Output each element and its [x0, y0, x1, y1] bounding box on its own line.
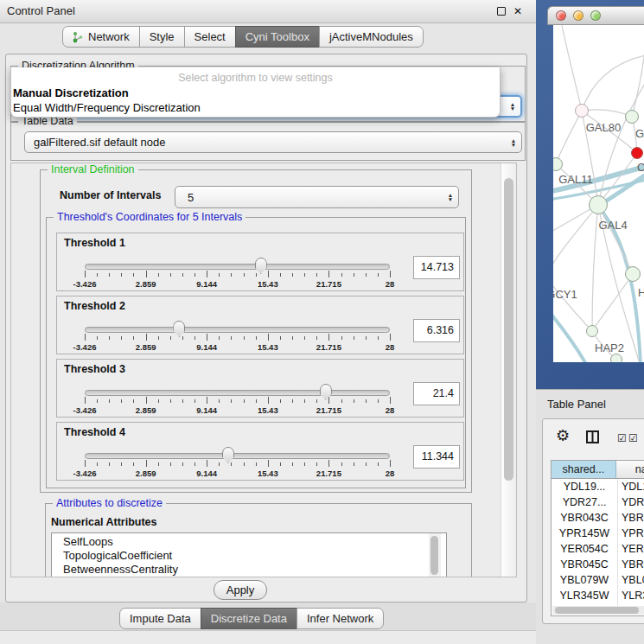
status-strip — [0, 630, 536, 644]
threshold-3-slider[interactable]: -3.4262.8599.14415.4321.71528 — [85, 390, 390, 418]
attribute-list-item[interactable]: SelfLoops — [52, 535, 446, 549]
numerical-attributes-label: Numerical Attributes — [51, 516, 156, 528]
tab-label: jActiveMNodules — [329, 30, 413, 43]
close-traffic-light-icon[interactable] — [556, 10, 566, 21]
network-node-label: GCY1 — [553, 288, 577, 301]
tab-style[interactable]: Style — [139, 26, 185, 48]
network-node[interactable] — [625, 266, 641, 282]
tab-network[interactable]: Network — [62, 26, 140, 48]
table-row[interactable]: YBL079WYBL079W — [552, 572, 644, 588]
tab-label: Discretize Data — [211, 612, 287, 625]
tab-label: Cyni Toolbox — [245, 30, 309, 43]
thresholds-group: Threshold's Coordinates for 5 Intervals … — [46, 217, 466, 488]
table-panel-title: Table Panel — [547, 398, 606, 411]
network-node[interactable] — [610, 354, 622, 362]
threshold-label: Threshold 4 — [64, 426, 125, 438]
stepper-arrows-icon[interactable]: ▲▼ — [443, 193, 458, 201]
table-row[interactable]: YER054CYER054C — [552, 541, 644, 557]
slider-ticks — [85, 397, 390, 405]
numerical-attributes-list[interactable]: SelfLoopsTopologicalCoefficientBetweenne… — [51, 532, 447, 577]
slider-track[interactable] — [85, 390, 390, 396]
attribute-list-item[interactable]: BetweennessCentrality — [52, 563, 446, 577]
slider-tick-labels: -3.4262.8599.14415.4321.71528 — [85, 342, 390, 353]
checkbox-icon[interactable]: ☑ — [617, 432, 627, 444]
interval-definition-group: Interval Definition Number of Intervals … — [40, 169, 472, 493]
tab-discretize-data[interactable]: Discretize Data — [201, 608, 297, 629]
stepper-arrows-icon[interactable]: ▲▼ — [505, 102, 520, 111]
network-window-titlebar[interactable] — [547, 6, 644, 25]
table-panel: ⚙ ☑ ☑ shared... name YDL19...YDL19...YDR… — [542, 418, 644, 624]
network-node[interactable] — [625, 110, 639, 124]
attribute-list-item[interactable]: TopologicalCoefficient — [52, 549, 446, 563]
tab-cyni-toolbox[interactable]: Cyni Toolbox — [235, 26, 320, 48]
minimize-traffic-light-icon[interactable] — [573, 10, 583, 21]
network-node[interactable] — [589, 195, 608, 214]
network-node-label: GAL4 — [598, 219, 627, 232]
threshold-1-value-field[interactable]: 14.713 — [413, 256, 460, 279]
threshold-label: Threshold 1 — [64, 237, 125, 249]
table-row[interactable]: YPR145WYPR145W — [552, 526, 644, 541]
slider-ticks — [85, 460, 390, 468]
table-data-select[interactable]: galFiltered.sif default node ▲▼ — [24, 131, 522, 153]
threshold-2-panel: Threshold 2 -3.4262.8599.14415.4321.7152… — [56, 296, 464, 354]
slider-track[interactable] — [85, 327, 390, 333]
stepper-arrows-icon[interactable]: ▲▼ — [506, 138, 521, 147]
scrollbar-thumb[interactable] — [504, 178, 513, 481]
slider-track[interactable] — [85, 453, 390, 459]
tab-select[interactable]: Select — [184, 26, 236, 48]
table-row[interactable]: YBR045CYBR045C — [552, 557, 644, 572]
panel-title: Control Panel — [7, 0, 75, 22]
table-horizontal-scrollbar[interactable] — [552, 606, 644, 615]
panel-scrollbar[interactable] — [501, 163, 517, 577]
dropdown-option-equal-width-frequency[interactable]: Equal Width/Frequency Discretization — [13, 101, 498, 114]
control-panel-tabs: Network Style Select Cyni Toolbox jActiv… — [62, 26, 424, 48]
network-node[interactable] — [631, 147, 643, 159]
zoom-traffic-light-icon[interactable] — [590, 10, 601, 21]
close-icon[interactable]: ✕ — [513, 6, 522, 16]
threshold-2-slider[interactable]: -3.4262.8599.14415.4321.71528 — [85, 327, 390, 354]
threshold-label: Threshold 3 — [64, 363, 125, 375]
threshold-3-value-field[interactable]: 21.4 — [413, 382, 460, 405]
tab-impute-data[interactable]: Impute Data — [119, 608, 201, 629]
threshold-4-slider[interactable]: -3.4262.8599.14415.4321.71528 — [85, 453, 390, 481]
settings-scroll-viewport: Interval Definition Number of Intervals … — [10, 163, 517, 577]
number-of-intervals-value: 5 — [175, 191, 443, 204]
network-node-label: HAP2 — [595, 341, 624, 354]
table-row[interactable]: YBR043CYBR043C — [552, 510, 644, 526]
tab-infer-network[interactable]: Infer Network — [296, 608, 384, 629]
network-node-label: H — [638, 286, 644, 299]
checkbox-icon[interactable]: ☑ — [628, 432, 638, 444]
table-row[interactable]: YLR345WYLR345W — [552, 588, 644, 603]
threshold-4-panel: Threshold 4 -3.4262.8599.14415.4321.7152… — [56, 422, 464, 481]
algorithm-dropdown-popup: Select algorithm to view settings Manual… — [10, 67, 501, 118]
cyni-toolbox-panel: Discretization Algorithm ▲▼ Table Data g… — [5, 54, 527, 603]
tab-jactivemnodules[interactable]: jActiveMNodules — [319, 26, 424, 48]
split-columns-icon[interactable] — [586, 430, 600, 444]
table-body: YDL19...YDL19...YDR27...YDR27...YBR043CY… — [552, 479, 644, 606]
slider-track[interactable] — [85, 264, 390, 270]
network-node[interactable] — [575, 104, 589, 118]
number-of-intervals-label: Number of Intervals — [60, 189, 161, 201]
tab-label: Style — [150, 30, 175, 43]
gear-icon[interactable]: ⚙ — [556, 426, 570, 445]
table-panel-region: Table Panel ⚙ ☑ ☑ shared... name YDL19..… — [536, 389, 644, 644]
float-window-icon[interactable] — [497, 7, 506, 16]
threshold-4-value-field[interactable]: 11.344 — [413, 445, 460, 469]
apply-button[interactable]: Apply — [214, 580, 267, 600]
scrollbar-thumb[interactable] — [430, 536, 438, 575]
slider-ticks — [85, 334, 390, 341]
table-row[interactable]: YDL19...YDL19... — [552, 479, 644, 494]
number-of-intervals-select[interactable]: 5 ▲▼ — [175, 186, 459, 208]
column-header-name[interactable]: name — [616, 461, 644, 478]
column-header-shared-name[interactable]: shared... — [552, 461, 616, 478]
network-icon — [73, 31, 84, 43]
network-canvas[interactable]: GAL80GACGAL11GAL4GCY1HHAP2 — [553, 25, 644, 362]
dropdown-option-manual-discretization[interactable]: Manual Discretization — [13, 86, 498, 99]
network-edges — [553, 25, 644, 362]
scrollbar-thumb[interactable] — [555, 607, 639, 614]
network-node[interactable] — [586, 325, 598, 337]
list-scrollbar[interactable] — [429, 533, 441, 577]
threshold-2-value-field[interactable]: 6.316 — [413, 319, 460, 342]
threshold-1-slider[interactable]: -3.4262.8599.14415.4321.71528 — [85, 264, 390, 291]
table-row[interactable]: YDR27...YDR27... — [552, 494, 644, 510]
